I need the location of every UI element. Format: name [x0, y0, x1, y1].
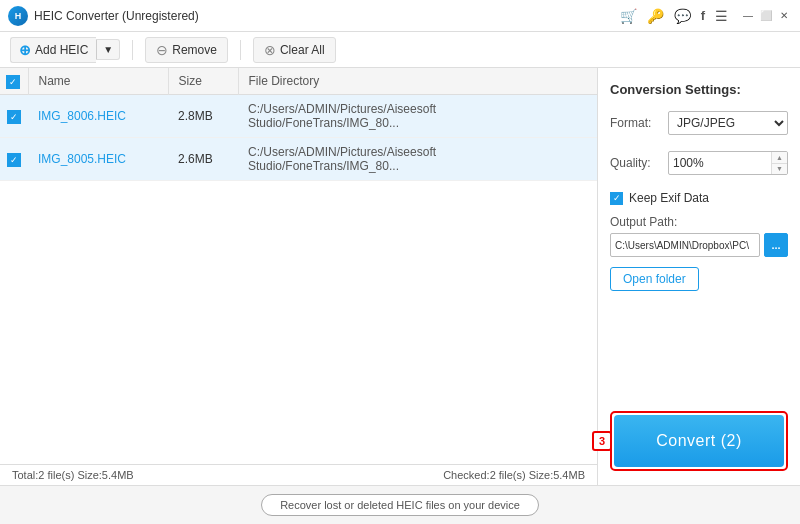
output-path-row: C:\Users\ADMIN\Dropbox\PC\ ... — [610, 233, 788, 257]
row-size: 2.8MB — [168, 95, 238, 138]
header-size: Size — [168, 68, 238, 95]
cart-icon[interactable]: 🛒 — [620, 8, 637, 24]
quality-value: 100% — [669, 152, 771, 174]
toolbar-divider-1 — [132, 40, 133, 60]
format-label: Format: — [610, 116, 662, 130]
header-name: Name — [28, 68, 168, 95]
step-badge: 3 — [592, 431, 612, 451]
file-table: ✓ Name Size File Directory ✓ IMG_8006.HE… — [0, 68, 597, 181]
total-status: Total:2 file(s) Size:5.4MB — [12, 469, 134, 481]
app-title: HEIC Converter (Unregistered) — [34, 9, 620, 23]
remove-button[interactable]: ⊖ Remove — [145, 37, 228, 63]
clear-all-label: Clear All — [280, 43, 325, 57]
title-bar: H HEIC Converter (Unregistered) 🛒 🔑 💬 f … — [0, 0, 800, 32]
keep-exif-row: ✓ Keep Exif Data — [610, 191, 788, 205]
select-all-checkbox[interactable]: ✓ — [6, 75, 20, 89]
chat-icon[interactable]: 💬 — [674, 8, 691, 24]
format-select[interactable]: JPG/JPEG PNG GIF BMP — [668, 111, 788, 135]
window-controls: — ⬜ ✕ — [740, 8, 792, 24]
file-list-area: ✓ Name Size File Directory ✓ IMG_8006.HE… — [0, 68, 598, 485]
quality-spinners: ▲ ▼ — [771, 152, 787, 174]
quality-label: Quality: — [610, 156, 662, 170]
output-path-label: Output Path: — [610, 215, 788, 229]
table-header-row: ✓ Name Size File Directory — [0, 68, 597, 95]
remove-label: Remove — [172, 43, 217, 57]
add-heic-dropdown-button[interactable]: ▼ — [96, 39, 120, 60]
close-button[interactable]: ✕ — [776, 8, 792, 24]
quality-spin-up[interactable]: ▲ — [772, 152, 787, 164]
row-directory: C:/Users/ADMIN/Pictures/Aiseesoft Studio… — [238, 95, 597, 138]
convert-area: 3 Convert (2) — [610, 411, 788, 471]
row-checkbox-cell: ✓ — [0, 95, 28, 138]
row-checkbox-cell: ✓ — [0, 138, 28, 181]
table-row[interactable]: ✓ IMG_8006.HEIC 2.8MB C:/Users/ADMIN/Pic… — [0, 95, 597, 138]
facebook-icon[interactable]: f — [701, 8, 705, 23]
row-checkbox[interactable]: ✓ — [7, 110, 21, 124]
row-name: IMG_8006.HEIC — [28, 95, 168, 138]
output-path-input[interactable]: C:\Users\ADMIN\Dropbox\PC\ — [610, 233, 760, 257]
file-list-spacer — [0, 181, 597, 464]
header-checkbox-cell: ✓ — [0, 68, 28, 95]
browse-button[interactable]: ... — [764, 233, 788, 257]
quality-input-wrapper: 100% ▲ ▼ — [668, 151, 788, 175]
panel-spacer — [610, 301, 788, 401]
clear-all-button[interactable]: ⊗ Clear All — [253, 37, 336, 63]
maximize-button[interactable]: ⬜ — [758, 8, 774, 24]
panel-title: Conversion Settings: — [610, 82, 788, 97]
row-size: 2.6MB — [168, 138, 238, 181]
add-heic-group: ⊕ Add HEIC ▼ — [10, 37, 120, 63]
bottom-bar: Recover lost or deleted HEIC files on yo… — [0, 485, 800, 524]
key-icon[interactable]: 🔑 — [647, 8, 664, 24]
output-path-section: Output Path: C:\Users\ADMIN\Dropbox\PC\ … — [610, 215, 788, 257]
menu-icon[interactable]: ☰ — [715, 8, 728, 24]
add-heic-label: Add HEIC — [35, 43, 88, 57]
quality-row: Quality: 100% ▲ ▼ — [610, 151, 788, 175]
open-folder-button[interactable]: Open folder — [610, 267, 699, 291]
remove-icon: ⊖ — [156, 42, 168, 58]
clear-icon: ⊗ — [264, 42, 276, 58]
main-content: ✓ Name Size File Directory ✓ IMG_8006.HE… — [0, 68, 800, 485]
app-icon: H — [8, 6, 28, 26]
right-panel: Conversion Settings: Format: JPG/JPEG PN… — [598, 68, 800, 485]
titlebar-action-icons: 🛒 🔑 💬 f ☰ — [620, 8, 728, 24]
keep-exif-checkbox[interactable]: ✓ — [610, 192, 623, 205]
header-directory: File Directory — [238, 68, 597, 95]
table-row[interactable]: ✓ IMG_8005.HEIC 2.6MB C:/Users/ADMIN/Pic… — [0, 138, 597, 181]
recover-button[interactable]: Recover lost or deleted HEIC files on yo… — [261, 494, 539, 516]
status-bar: Total:2 file(s) Size:5.4MB Checked:2 fil… — [0, 464, 597, 485]
row-checkbox[interactable]: ✓ — [7, 153, 21, 167]
quality-spin-down[interactable]: ▼ — [772, 164, 787, 175]
add-icon: ⊕ — [19, 42, 31, 58]
checked-status: Checked:2 file(s) Size:5.4MB — [443, 469, 585, 481]
toolbar: ⊕ Add HEIC ▼ ⊖ Remove ⊗ Clear All — [0, 32, 800, 68]
toolbar-divider-2 — [240, 40, 241, 60]
convert-btn-wrapper: Convert (2) — [610, 411, 788, 471]
convert-button[interactable]: Convert (2) — [614, 415, 784, 467]
keep-exif-label: Keep Exif Data — [629, 191, 709, 205]
add-heic-button[interactable]: ⊕ Add HEIC — [10, 37, 96, 63]
format-row: Format: JPG/JPEG PNG GIF BMP — [610, 111, 788, 135]
row-directory: C:/Users/ADMIN/Pictures/Aiseesoft Studio… — [238, 138, 597, 181]
minimize-button[interactable]: — — [740, 8, 756, 24]
row-name: IMG_8005.HEIC — [28, 138, 168, 181]
